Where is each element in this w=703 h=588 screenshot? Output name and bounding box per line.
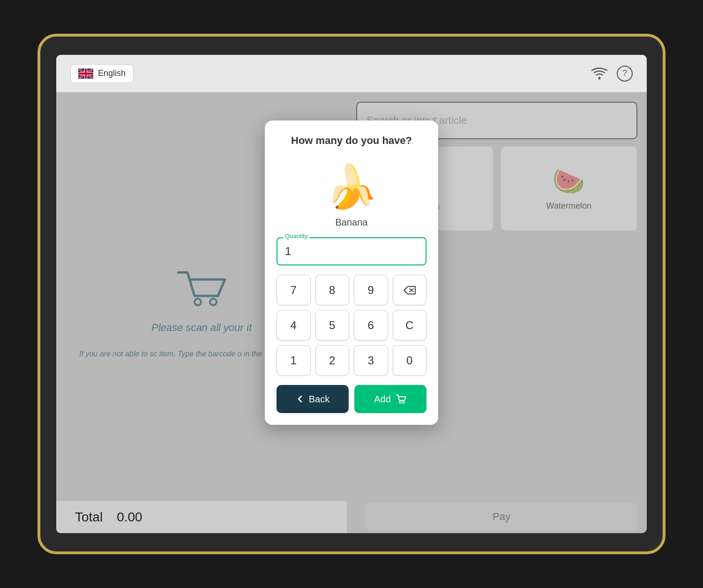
wifi-icon (591, 67, 607, 80)
quantity-field-wrap: Quantity (277, 237, 426, 265)
modal-title: How many do you have? (291, 135, 412, 147)
numpad-5[interactable]: 5 (315, 310, 350, 340)
numpad-clear[interactable]: C (393, 310, 427, 340)
cart-add-icon (396, 394, 407, 404)
modal-overlay: How many do you have? 🍌 Banana Quantity … (56, 92, 647, 533)
numpad-0[interactable]: 0 (393, 345, 427, 376)
uk-flag-icon (78, 68, 93, 79)
numpad-1[interactable]: 1 (277, 345, 311, 376)
numpad-9[interactable]: 9 (354, 275, 388, 305)
numpad-8[interactable]: 8 (315, 275, 350, 305)
chevron-left-icon (296, 395, 304, 403)
numpad-4[interactable]: 4 (277, 310, 311, 340)
back-button[interactable]: Back (277, 385, 349, 413)
numpad: 7 8 9 4 5 6 C (277, 275, 426, 376)
item-name: Banana (336, 217, 368, 228)
top-right-icons: ? (591, 66, 633, 82)
device-frame: English ? (37, 34, 666, 554)
numpad-7[interactable]: 7 (277, 275, 311, 305)
quantity-input[interactable] (277, 237, 426, 265)
main-content: Please scan all your it If you are not a… (56, 92, 647, 533)
help-icon[interactable]: ? (617, 66, 633, 82)
top-bar: English ? (56, 55, 647, 92)
numpad-backspace[interactable] (393, 275, 427, 305)
numpad-6[interactable]: 6 (354, 310, 388, 340)
numpad-2[interactable]: 2 (315, 345, 350, 376)
screen: English ? (56, 55, 647, 533)
language-label: English (98, 68, 126, 78)
backspace-icon (403, 286, 416, 295)
quantity-label: Quantity (283, 233, 309, 240)
add-label: Add (374, 394, 391, 405)
numpad-3[interactable]: 3 (354, 345, 388, 376)
back-label: Back (309, 394, 329, 405)
banana-image: 🍌 (309, 156, 394, 217)
quantity-modal: How many do you have? 🍌 Banana Quantity … (265, 121, 438, 425)
svg-point-1 (598, 77, 601, 79)
modal-actions: Back Add (277, 385, 426, 413)
add-button[interactable]: Add (354, 385, 426, 413)
svg-point-5 (403, 401, 404, 403)
svg-point-4 (399, 401, 401, 403)
language-button[interactable]: English (70, 64, 134, 83)
